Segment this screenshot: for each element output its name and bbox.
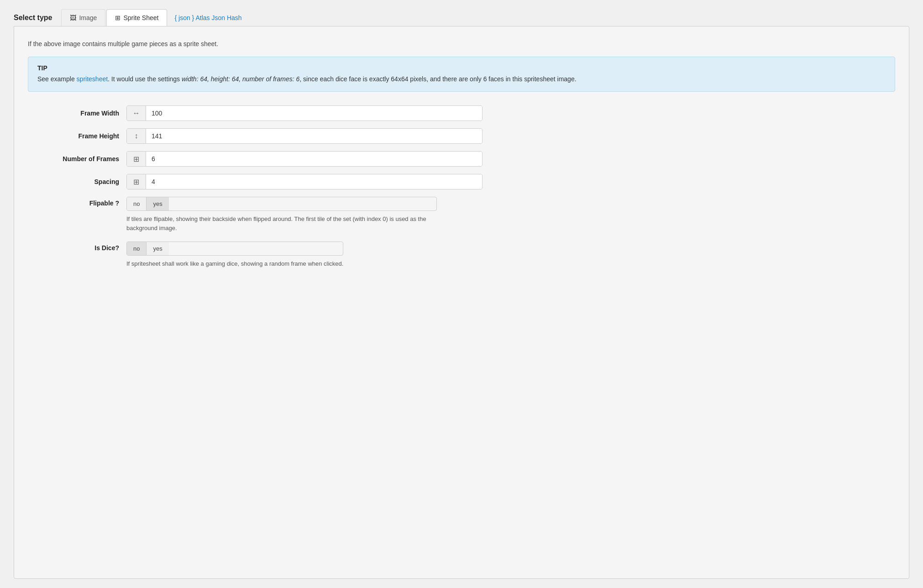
flipable-toggle-group: no yes [126,197,437,211]
image-icon: 🖼 [70,14,76,21]
tab-sprite-sheet-label: Sprite Sheet [123,14,158,21]
content-panel: If the above image contains multiple gam… [14,26,909,579]
flipable-label: Flipable ? [28,197,119,207]
frame-width-icon: ↔ [127,106,146,121]
flipable-toggle-and-desc: no yes If tiles are flipable, showing th… [126,197,437,232]
tip-link[interactable]: spritesheet [77,75,108,83]
number-of-frames-row: Number of Frames ⊞ [28,151,895,167]
flipable-description: If tiles are flipable, showing their bac… [126,215,437,232]
tip-prefix: See example [37,75,77,83]
tip-box: TIP See example spritesheet. It would us… [28,57,895,92]
frame-height-input-group: ↕ [126,128,482,144]
number-of-frames-input[interactable] [146,152,482,166]
spacing-row: Spacing ⊞ [28,174,895,189]
flipable-row: Flipable ? no yes If tiles are flipable,… [28,197,895,232]
frame-height-icon: ↕ [127,129,146,143]
tip-italic: width: 64, height: 64, number of frames:… [182,75,299,83]
is-dice-toggle-and-desc: no yes If spritesheet shall work like a … [126,242,343,268]
tab-atlas-json-hash[interactable]: { json } Atlas Json Hash [168,10,248,26]
frame-height-label: Frame Height [28,132,119,140]
spacing-label: Spacing [28,178,119,185]
flipable-no-button[interactable]: no [127,197,147,210]
frame-width-label: Frame Width [28,110,119,117]
flipable-yes-button[interactable]: yes [147,197,168,210]
tab-sprite-sheet[interactable]: ⊞ Sprite Sheet [106,9,167,26]
is-dice-description: If spritesheet shall work like a gaming … [126,259,343,268]
tab-image[interactable]: 🖼 Image [61,9,105,26]
spacing-input[interactable] [146,174,482,189]
form-section: Frame Width ↔ Frame Height ↕ Number of F… [28,105,895,278]
number-of-frames-label: Number of Frames [28,155,119,163]
frame-width-row: Frame Width ↔ [28,105,895,121]
frame-height-row: Frame Height ↕ [28,128,895,144]
tab-atlas-json-hash-label: { json } Atlas Json Hash [174,14,241,21]
tab-image-label: Image [79,14,97,21]
spacing-input-group: ⊞ [126,174,482,189]
spacing-icon: ⊞ [127,174,146,189]
frame-width-input-group: ↔ [126,105,482,121]
is-dice-row: Is Dice? no yes If spritesheet shall wor… [28,242,895,268]
tip-body: See example spritesheet. It would use th… [37,74,886,84]
tip-title: TIP [37,64,886,72]
select-type-label: Select type [14,14,52,22]
tip-suffix: . It would use the settings [108,75,182,83]
is-dice-toggle-group: no yes [126,242,343,256]
is-dice-label: Is Dice? [28,242,119,252]
sprite-sheet-icon: ⊞ [115,14,121,21]
is-dice-no-button[interactable]: no [127,242,147,255]
frame-height-input[interactable] [146,129,482,143]
tabs: 🖼 Image ⊞ Sprite Sheet { json } Atlas Js… [61,9,249,26]
intro-text: If the above image contains multiple gam… [28,40,895,47]
number-of-frames-icon: ⊞ [127,152,146,166]
tip-suffix2: , since each dice face is exactly 64x64 … [299,75,576,83]
frame-width-input[interactable] [146,106,482,121]
number-of-frames-input-group: ⊞ [126,151,482,167]
is-dice-yes-button[interactable]: yes [147,242,168,255]
